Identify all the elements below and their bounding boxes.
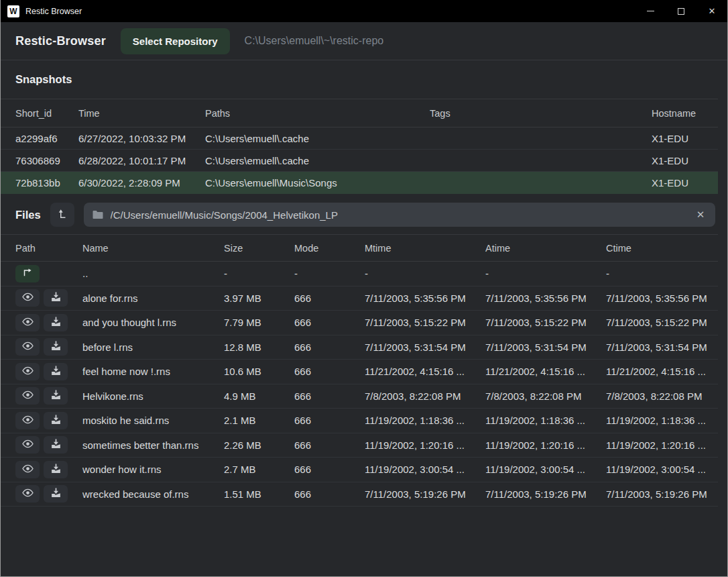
file-mode: 666	[294, 293, 365, 304]
download-icon	[50, 291, 62, 305]
download-icon	[50, 463, 62, 476]
file-row: before l.rns 12.8 MB 666 7/11/2003, 5:31…	[1, 335, 718, 360]
download-icon	[50, 365, 62, 378]
go-up-directory-button[interactable]	[50, 203, 74, 227]
preview-file-button[interactable]	[15, 289, 40, 307]
col-mtime: Mtime	[365, 243, 485, 254]
file-mtime: 7/11/2003, 5:35:56 PM	[365, 293, 485, 304]
file-mtime: -	[365, 268, 485, 279]
snapshot-short-id: 72b813bb	[15, 177, 78, 189]
snapshot-paths: C:\Users\emuell\.cache	[205, 133, 430, 144]
preview-file-button[interactable]	[15, 412, 40, 429]
window-controls: ✕	[635, 0, 727, 22]
snapshot-row[interactable]: 76306869 6/28/2022, 10:01:17 PM C:\Users…	[1, 150, 718, 172]
file-ctime: 11/19/2002, 1:18:36 ...	[606, 415, 718, 426]
file-row: wonder how it.rns 2.7 MB 666 11/19/2002,…	[1, 458, 718, 482]
download-file-button[interactable]	[44, 314, 68, 331]
download-file-button[interactable]	[44, 461, 68, 478]
snapshot-paths: C:\Users\emuell\.cache	[205, 155, 430, 166]
file-ctime: 7/11/2003, 5:35:56 PM	[606, 293, 718, 304]
file-size: 3.97 MB	[224, 293, 294, 304]
files-bar: Files /C/Users/emuell/Music/Songs/2004_H…	[1, 198, 727, 231]
file-mode: 666	[294, 488, 365, 500]
files-table-header: Path Name Size Mode Mtime Atime Ctime	[1, 234, 718, 262]
current-path-input[interactable]: /C/Users/emuell/Music/Songs/2004_Helveti…	[84, 203, 715, 227]
file-mode: 666	[294, 415, 365, 426]
file-name: sometimes better than.rns	[82, 439, 224, 451]
folder-icon	[92, 209, 104, 221]
preview-file-button[interactable]	[15, 363, 40, 380]
repository-path: C:\Users\emuell\~\restic-repo	[245, 35, 384, 47]
close-icon: ✕	[709, 6, 716, 16]
file-size: 10.6 MB	[224, 366, 294, 377]
file-name: Helvikone.rns	[82, 390, 224, 402]
open-parent-directory-button[interactable]	[15, 265, 40, 282]
col-size: Size	[224, 243, 294, 254]
snapshot-paths: C:\Users\emuell\Music\Songs	[205, 177, 430, 189]
col-name: Name	[82, 243, 224, 254]
download-file-button[interactable]	[44, 387, 68, 405]
snapshot-hostname: X1-EDU	[652, 177, 718, 189]
eye-icon	[21, 364, 34, 379]
preview-file-button[interactable]	[15, 436, 40, 454]
col-tags: Tags	[430, 108, 652, 119]
file-name: alone for.rns	[82, 293, 224, 304]
snapshot-hostname: X1-EDU	[652, 133, 718, 144]
window-title: Restic Browser	[25, 7, 82, 16]
file-mtime: 11/19/2002, 1:20:16 ...	[365, 439, 485, 451]
page-title: Restic-Browser	[15, 34, 106, 48]
eye-icon	[21, 291, 34, 305]
file-size: 12.8 MB	[224, 342, 294, 353]
download-file-button[interactable]	[44, 363, 68, 380]
file-atime: 7/11/2003, 5:19:26 PM	[485, 488, 606, 500]
file-size: -	[224, 268, 294, 279]
close-button[interactable]: ✕	[696, 0, 727, 22]
maximize-button[interactable]	[666, 0, 696, 22]
file-ctime: 7/8/2003, 8:22:08 PM	[606, 390, 718, 402]
preview-file-button[interactable]	[15, 314, 40, 331]
file-mtime: 11/19/2002, 3:00:54 ...	[365, 464, 485, 475]
file-row: and you thought l.rns 7.79 MB 666 7/11/2…	[1, 311, 718, 335]
snapshots-title: Snapshots	[15, 73, 72, 86]
file-row: moskito he said.rns 2.1 MB 666 11/19/200…	[1, 409, 718, 433]
select-repository-button[interactable]: Select Repository	[121, 28, 230, 54]
clear-path-button[interactable]: ✕	[691, 205, 710, 224]
file-size: 2.1 MB	[224, 415, 294, 426]
eye-icon	[21, 437, 34, 452]
download-file-button[interactable]	[44, 485, 68, 503]
minimize-button[interactable]	[635, 0, 666, 22]
file-size: 4.9 MB	[224, 390, 294, 402]
preview-file-button[interactable]	[15, 485, 40, 503]
clear-icon: ✕	[696, 209, 705, 221]
file-atime: -	[485, 268, 606, 279]
preview-file-button[interactable]	[15, 461, 40, 478]
download-file-button[interactable]	[44, 338, 68, 356]
snapshot-short-id: 76306869	[15, 155, 78, 166]
file-mode: 666	[294, 464, 365, 475]
file-size: 2.7 MB	[224, 464, 294, 475]
download-icon	[50, 438, 62, 452]
download-file-button[interactable]	[44, 289, 68, 307]
col-time: Time	[78, 108, 205, 119]
download-icon	[50, 340, 62, 354]
preview-file-button[interactable]	[15, 387, 40, 405]
preview-file-button[interactable]	[15, 338, 40, 356]
file-ctime: 11/19/2002, 1:20:16 ...	[606, 439, 718, 451]
file-row: alone for.rns 3.97 MB 666 7/11/2003, 5:3…	[1, 286, 718, 311]
file-atime: 7/8/2003, 8:22:08 PM	[485, 390, 606, 402]
col-ctime: Ctime	[606, 243, 718, 254]
file-size: 7.79 MB	[224, 317, 294, 328]
app-window: W Restic Browser ✕ Restic-Browser Select…	[0, 0, 728, 577]
snapshot-hostname: X1-EDU	[652, 155, 718, 166]
file-ctime: 11/21/2002, 4:15:16 ...	[606, 366, 718, 377]
file-mtime: 7/11/2003, 5:15:22 PM	[365, 317, 485, 328]
snapshot-row[interactable]: a2299af6 6/27/2022, 10:03:32 PM C:\Users…	[1, 127, 718, 150]
download-file-button[interactable]	[44, 412, 68, 429]
snapshot-row-selected[interactable]: 72b813bb 6/30/2022, 2:28:09 PM C:\Users\…	[1, 172, 718, 194]
file-name: ..	[82, 268, 224, 279]
file-mode: -	[294, 268, 365, 279]
download-file-button[interactable]	[44, 436, 68, 454]
file-mtime: 7/11/2003, 5:19:26 PM	[365, 488, 485, 500]
file-ctime: 7/11/2003, 5:31:54 PM	[606, 342, 718, 353]
file-mtime: 7/8/2003, 8:22:08 PM	[365, 390, 485, 402]
